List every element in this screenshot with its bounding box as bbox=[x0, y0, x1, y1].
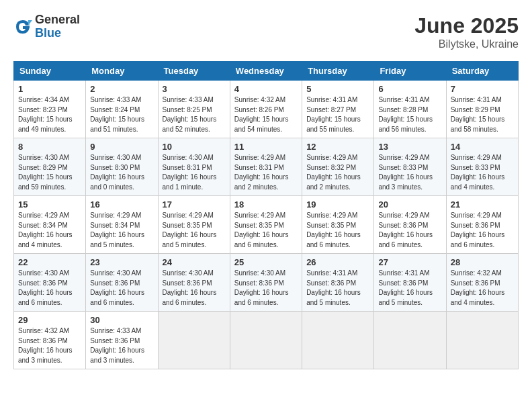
day-number: 3 bbox=[163, 84, 226, 94]
day-number: 5 bbox=[306, 84, 369, 94]
day-number: 26 bbox=[306, 257, 369, 267]
weekday-header: Sunday bbox=[14, 62, 86, 81]
calendar-cell: 29Sunrise: 4:32 AMSunset: 8:36 PMDayligh… bbox=[14, 312, 86, 369]
day-info: Sunrise: 4:33 AMSunset: 8:25 PMDaylight:… bbox=[163, 95, 226, 134]
logo: General Blue bbox=[13, 13, 80, 40]
calendar-cell: 30Sunrise: 4:33 AMSunset: 8:36 PMDayligh… bbox=[86, 312, 158, 369]
calendar-cell bbox=[158, 312, 230, 369]
calendar-cell: 7Sunrise: 4:31 AMSunset: 8:29 PMDaylight… bbox=[446, 81, 518, 138]
calendar-cell: 27Sunrise: 4:31 AMSunset: 8:36 PMDayligh… bbox=[374, 254, 446, 312]
calendar-cell: 18Sunrise: 4:29 AMSunset: 8:35 PMDayligh… bbox=[230, 196, 302, 254]
weekday-header: Thursday bbox=[302, 62, 374, 81]
day-number: 11 bbox=[234, 142, 298, 152]
day-number: 17 bbox=[163, 199, 226, 210]
day-number: 28 bbox=[451, 257, 514, 267]
weekday-header: Saturday bbox=[446, 62, 518, 81]
day-number: 30 bbox=[90, 315, 153, 325]
day-number: 16 bbox=[90, 199, 153, 210]
weekday-header: Monday bbox=[86, 62, 158, 81]
day-number: 13 bbox=[378, 142, 441, 152]
day-number: 21 bbox=[451, 199, 514, 210]
day-info: Sunrise: 4:32 AMSunset: 8:36 PMDaylight:… bbox=[18, 326, 81, 365]
calendar-cell: 28Sunrise: 4:32 AMSunset: 8:36 PMDayligh… bbox=[446, 254, 518, 312]
day-info: Sunrise: 4:29 AMSunset: 8:36 PMDaylight:… bbox=[451, 211, 514, 250]
calendar-cell: 21Sunrise: 4:29 AMSunset: 8:36 PMDayligh… bbox=[446, 196, 518, 254]
day-info: Sunrise: 4:29 AMSunset: 8:35 PMDaylight:… bbox=[163, 211, 226, 250]
day-info: Sunrise: 4:33 AMSunset: 8:36 PMDaylight:… bbox=[90, 326, 153, 365]
day-info: Sunrise: 4:30 AMSunset: 8:29 PMDaylight:… bbox=[18, 153, 81, 192]
month-year: June 2025 bbox=[414, 13, 519, 38]
day-number: 2 bbox=[90, 84, 153, 94]
calendar-cell: 19Sunrise: 4:29 AMSunset: 8:35 PMDayligh… bbox=[302, 196, 374, 254]
day-number: 27 bbox=[378, 257, 441, 267]
calendar-table: SundayMondayTuesdayWednesdayThursdayFrid… bbox=[13, 61, 519, 369]
day-number: 7 bbox=[451, 84, 514, 94]
calendar-cell: 15Sunrise: 4:29 AMSunset: 8:34 PMDayligh… bbox=[14, 196, 86, 254]
day-info: Sunrise: 4:29 AMSunset: 8:33 PMDaylight:… bbox=[378, 153, 441, 192]
title-block: June 2025 Bilytske, Ukraine bbox=[414, 13, 519, 50]
calendar-cell: 11Sunrise: 4:29 AMSunset: 8:31 PMDayligh… bbox=[230, 138, 302, 196]
day-info: Sunrise: 4:29 AMSunset: 8:33 PMDaylight:… bbox=[451, 153, 514, 192]
calendar-cell bbox=[374, 312, 446, 369]
weekday-header: Friday bbox=[374, 62, 446, 81]
day-number: 15 bbox=[18, 199, 81, 210]
day-info: Sunrise: 4:29 AMSunset: 8:36 PMDaylight:… bbox=[378, 211, 441, 250]
calendar-week-row: 15Sunrise: 4:29 AMSunset: 8:34 PMDayligh… bbox=[14, 196, 519, 254]
day-info: Sunrise: 4:29 AMSunset: 8:31 PMDaylight:… bbox=[234, 153, 298, 192]
calendar-cell: 8Sunrise: 4:30 AMSunset: 8:29 PMDaylight… bbox=[14, 138, 86, 196]
day-number: 9 bbox=[90, 142, 153, 152]
day-number: 23 bbox=[90, 257, 153, 267]
day-info: Sunrise: 4:29 AMSunset: 8:32 PMDaylight:… bbox=[306, 153, 369, 192]
weekday-header: Tuesday bbox=[158, 62, 230, 81]
day-info: Sunrise: 4:29 AMSunset: 8:35 PMDaylight:… bbox=[306, 211, 369, 250]
calendar-cell: 25Sunrise: 4:30 AMSunset: 8:36 PMDayligh… bbox=[230, 254, 302, 312]
logo-text: General Blue bbox=[35, 13, 80, 40]
weekday-header-row: SundayMondayTuesdayWednesdayThursdayFrid… bbox=[14, 62, 519, 81]
day-info: Sunrise: 4:30 AMSunset: 8:36 PMDaylight:… bbox=[18, 269, 81, 308]
day-info: Sunrise: 4:29 AMSunset: 8:34 PMDaylight:… bbox=[90, 211, 153, 250]
day-number: 12 bbox=[306, 142, 369, 152]
day-number: 14 bbox=[451, 142, 514, 152]
day-number: 19 bbox=[306, 199, 369, 210]
day-number: 20 bbox=[378, 199, 441, 210]
day-number: 8 bbox=[18, 142, 81, 152]
day-number: 25 bbox=[234, 257, 298, 267]
day-number: 1 bbox=[18, 84, 81, 94]
page-header: General Blue June 2025 Bilytske, Ukraine bbox=[13, 13, 519, 50]
day-info: Sunrise: 4:31 AMSunset: 8:36 PMDaylight:… bbox=[306, 269, 369, 308]
calendar-cell: 2Sunrise: 4:33 AMSunset: 8:24 PMDaylight… bbox=[86, 81, 158, 138]
logo-general: General bbox=[35, 13, 80, 27]
calendar-cell: 26Sunrise: 4:31 AMSunset: 8:36 PMDayligh… bbox=[302, 254, 374, 312]
calendar-cell: 17Sunrise: 4:29 AMSunset: 8:35 PMDayligh… bbox=[158, 196, 230, 254]
day-info: Sunrise: 4:34 AMSunset: 8:23 PMDaylight:… bbox=[18, 95, 81, 134]
calendar-cell: 24Sunrise: 4:30 AMSunset: 8:36 PMDayligh… bbox=[158, 254, 230, 312]
day-number: 24 bbox=[163, 257, 226, 267]
day-info: Sunrise: 4:30 AMSunset: 8:36 PMDaylight:… bbox=[90, 269, 153, 308]
calendar-cell: 22Sunrise: 4:30 AMSunset: 8:36 PMDayligh… bbox=[14, 254, 86, 312]
day-info: Sunrise: 4:31 AMSunset: 8:36 PMDaylight:… bbox=[378, 269, 441, 308]
calendar-cell: 12Sunrise: 4:29 AMSunset: 8:32 PMDayligh… bbox=[302, 138, 374, 196]
day-info: Sunrise: 4:29 AMSunset: 8:35 PMDaylight:… bbox=[234, 211, 298, 250]
location: Bilytske, Ukraine bbox=[414, 38, 519, 50]
calendar-cell: 10Sunrise: 4:30 AMSunset: 8:31 PMDayligh… bbox=[158, 138, 230, 196]
day-info: Sunrise: 4:29 AMSunset: 8:34 PMDaylight:… bbox=[18, 211, 81, 250]
calendar-cell: 5Sunrise: 4:31 AMSunset: 8:27 PMDaylight… bbox=[302, 81, 374, 138]
day-info: Sunrise: 4:30 AMSunset: 8:31 PMDaylight:… bbox=[163, 153, 226, 192]
logo-icon bbox=[13, 17, 32, 36]
weekday-header: Wednesday bbox=[230, 62, 302, 81]
calendar-cell: 6Sunrise: 4:31 AMSunset: 8:28 PMDaylight… bbox=[374, 81, 446, 138]
day-number: 10 bbox=[163, 142, 226, 152]
calendar-cell: 3Sunrise: 4:33 AMSunset: 8:25 PMDaylight… bbox=[158, 81, 230, 138]
day-info: Sunrise: 4:30 AMSunset: 8:36 PMDaylight:… bbox=[234, 269, 298, 308]
calendar-cell bbox=[302, 312, 374, 369]
calendar-cell: 23Sunrise: 4:30 AMSunset: 8:36 PMDayligh… bbox=[86, 254, 158, 312]
day-number: 18 bbox=[234, 199, 298, 210]
calendar-cell: 13Sunrise: 4:29 AMSunset: 8:33 PMDayligh… bbox=[374, 138, 446, 196]
calendar-cell: 9Sunrise: 4:30 AMSunset: 8:30 PMDaylight… bbox=[86, 138, 158, 196]
day-info: Sunrise: 4:30 AMSunset: 8:30 PMDaylight:… bbox=[90, 153, 153, 192]
calendar-week-row: 29Sunrise: 4:32 AMSunset: 8:36 PMDayligh… bbox=[14, 312, 519, 369]
calendar-cell: 1Sunrise: 4:34 AMSunset: 8:23 PMDaylight… bbox=[14, 81, 86, 138]
day-number: 29 bbox=[18, 315, 81, 325]
logo-blue: Blue bbox=[35, 27, 80, 40]
calendar-cell: 16Sunrise: 4:29 AMSunset: 8:34 PMDayligh… bbox=[86, 196, 158, 254]
